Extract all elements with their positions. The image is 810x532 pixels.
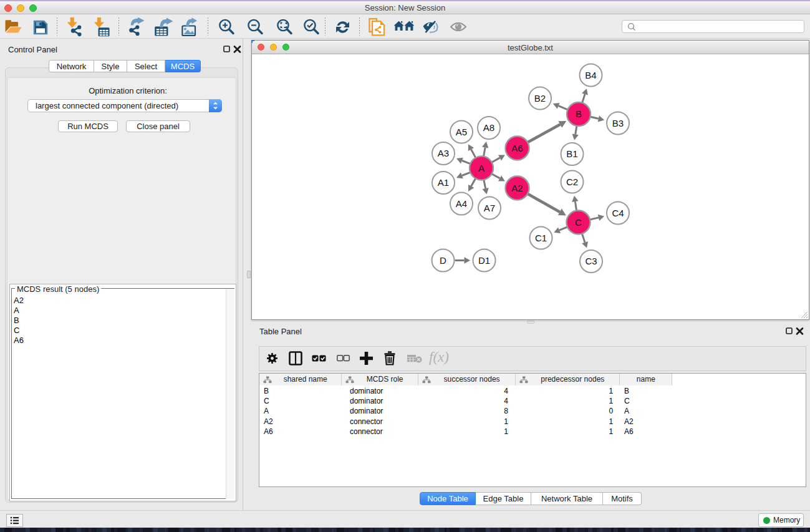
svg-text:D: D [440, 255, 446, 266]
svg-text:C3: C3 [585, 256, 597, 266]
svg-text:A: A [478, 163, 485, 173]
svg-text:C: C [575, 217, 582, 228]
svg-text:A4: A4 [456, 198, 467, 209]
svg-text:C2: C2 [566, 177, 578, 187]
svg-text:A7: A7 [484, 203, 495, 213]
svg-text:A1: A1 [438, 177, 449, 188]
svg-text:A2: A2 [511, 183, 523, 193]
svg-text:D1: D1 [478, 255, 490, 266]
svg-text:A6: A6 [511, 143, 523, 153]
svg-text:C4: C4 [612, 208, 624, 218]
svg-text:A3: A3 [438, 148, 449, 158]
svg-text:B3: B3 [612, 118, 624, 128]
svg-text:A5: A5 [456, 127, 467, 137]
svg-text:B4: B4 [585, 70, 596, 80]
svg-text:B1: B1 [566, 148, 577, 159]
svg-text:B2: B2 [534, 93, 546, 104]
svg-text:C1: C1 [535, 233, 547, 243]
svg-text:B: B [576, 109, 582, 119]
svg-text:A8: A8 [483, 122, 494, 133]
